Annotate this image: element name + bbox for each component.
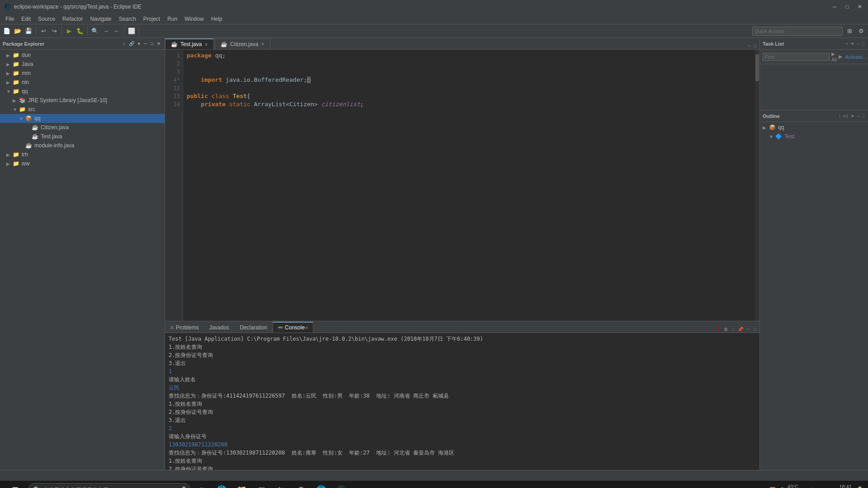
task-filter-btn[interactable]: ▼ bbox=[849, 41, 855, 47]
tab-console-close[interactable]: ✕ bbox=[305, 325, 308, 330]
minimize-panel-btn[interactable]: ─ bbox=[142, 41, 148, 47]
menu-source[interactable]: Source bbox=[34, 15, 59, 23]
console-pin-btn[interactable]: 📌 bbox=[736, 326, 745, 333]
taskbar-app-browser[interactable]: 🌐 bbox=[312, 482, 330, 488]
menu-search[interactable]: Search bbox=[115, 15, 140, 23]
taskbar-search[interactable]: 🔍 在这里输入你要搜索的内容 🎤 bbox=[28, 483, 191, 488]
tab-javadoc[interactable]: Javadoc bbox=[204, 322, 235, 333]
task-find-input[interactable] bbox=[763, 53, 830, 61]
redo-button[interactable]: ↪ bbox=[49, 26, 59, 36]
icon-nin: 📁 bbox=[13, 79, 20, 85]
menu-help[interactable]: Help bbox=[208, 15, 226, 23]
console-maximize-btn[interactable]: □ bbox=[752, 326, 758, 333]
view-menu-btn[interactable]: ▾ bbox=[137, 41, 142, 47]
collapse-btn[interactable]: ↕ bbox=[122, 41, 127, 47]
menu-run[interactable]: Run bbox=[164, 15, 181, 23]
taskbar-app-taskview[interactable]: ⧉ bbox=[193, 482, 211, 488]
maximize-button[interactable]: □ bbox=[843, 2, 852, 11]
tree-item-jre[interactable]: ▶ 📚 JRE System Library [JavaSE-10] bbox=[0, 96, 165, 105]
tree-item-mm[interactable]: ▶ 📁 mm bbox=[0, 69, 165, 78]
new-button[interactable]: 📄 bbox=[2, 26, 12, 36]
close-button[interactable]: ✕ bbox=[855, 2, 864, 11]
tab-test-close[interactable]: ✕ bbox=[204, 42, 208, 47]
search-button[interactable]: 🔍 bbox=[90, 26, 100, 36]
taskbar-app-settings[interactable]: ⚙ bbox=[292, 482, 310, 488]
tab-declaration[interactable]: Declaration bbox=[235, 322, 272, 333]
menu-project[interactable]: Project bbox=[140, 15, 164, 23]
tab-console[interactable]: 📟 Console ✕ bbox=[273, 322, 313, 333]
next-button[interactable]: → bbox=[101, 26, 111, 36]
outline-minimize-btn[interactable]: ─ bbox=[856, 113, 860, 119]
taskbar-app-store[interactable]: 🛍 bbox=[272, 482, 290, 488]
undo-button[interactable]: ↩ bbox=[38, 26, 48, 36]
console-minimize-btn[interactable]: ─ bbox=[745, 326, 751, 333]
debug-button[interactable]: 🐛 bbox=[75, 26, 85, 36]
tree-item-nin[interactable]: ▶ 📁 nin bbox=[0, 78, 165, 87]
icon-citizen: ☕ bbox=[32, 124, 39, 131]
tree-item-src[interactable]: ▼ 📁 src bbox=[0, 105, 165, 114]
editor-scrollbar[interactable] bbox=[755, 50, 760, 321]
code-line-13: public class Test{ bbox=[187, 92, 751, 100]
task-sep: ▶ bbox=[839, 54, 842, 60]
outline-maximize-btn[interactable]: □ bbox=[861, 113, 865, 119]
perspective-button[interactable]: ⬜ bbox=[127, 26, 137, 36]
link-btn[interactable]: 🔗 bbox=[127, 41, 136, 47]
editor-maximize-btn[interactable]: □ bbox=[752, 42, 758, 49]
taskbar-clock[interactable]: 18:41 2018/10/7 bbox=[830, 483, 852, 488]
tab-citizen-close[interactable]: ✕ bbox=[261, 42, 264, 47]
taskbar-app-eclipse[interactable]: 🌑 bbox=[332, 482, 350, 488]
taskbar-app-edge[interactable]: 🌐 bbox=[212, 482, 231, 488]
tray-cpu-temp: 43°C CPU温度 bbox=[788, 484, 808, 488]
console-stop-btn[interactable]: ■ bbox=[716, 326, 722, 333]
maximize-panel-btn[interactable]: □ bbox=[149, 41, 155, 47]
taskbar: ⊞ 🔍 在这里输入你要搜索的内容 🎤 ⧉ 🌐 📁 ✉ 🛍 ⚙ 🌐 🌑 ^ 📶 🔊… bbox=[0, 481, 868, 488]
toolbar-perspective-btn[interactable]: ⊞ bbox=[844, 26, 854, 36]
tree-item-dun[interactable]: ▶ 📁 dun bbox=[0, 51, 165, 60]
toolbar-settings-btn[interactable]: ⚙ bbox=[856, 26, 866, 36]
save-button[interactable]: 💾 bbox=[24, 26, 33, 36]
tree-item-qq[interactable]: ▼ 📁 qq bbox=[0, 87, 165, 96]
tab-test-java[interactable]: ☕ Test.java ✕ bbox=[165, 38, 214, 49]
tree-item-java[interactable]: ▶ 📁 Java bbox=[0, 60, 165, 69]
open-button[interactable]: 📂 bbox=[13, 26, 23, 36]
console-clear-btn[interactable]: 🗑 bbox=[722, 326, 730, 333]
run-button[interactable]: ▶ bbox=[64, 26, 74, 36]
outline-item-qq[interactable]: ▶ 📦 qq bbox=[760, 123, 868, 132]
tab-problems[interactable]: ⚠ Problems bbox=[165, 322, 204, 333]
editor-minimize-btn[interactable]: ─ bbox=[746, 42, 752, 49]
tree-item-trh[interactable]: ▶ 📁 trh bbox=[0, 150, 165, 159]
tree-item-qq-pkg[interactable]: ▼ 📦 qq bbox=[0, 114, 165, 123]
tree-item-module[interactable]: ☕ module-info.java bbox=[0, 141, 165, 150]
outline-item-test[interactable]: ▼ 🔷 Test bbox=[760, 132, 868, 141]
console-scroll-btn[interactable]: ↓ bbox=[731, 326, 736, 333]
taskbar-app-explorer[interactable]: 📁 bbox=[232, 482, 250, 488]
tree-item-test[interactable]: ☕ Test.java bbox=[0, 132, 165, 141]
tray-ime: 中 bbox=[811, 487, 816, 488]
quick-access-input[interactable] bbox=[752, 27, 843, 36]
tree-item-ww[interactable]: ▶ 📁 ww bbox=[0, 159, 165, 168]
code-content[interactable]: package qq; import java.io.BufferedReade… bbox=[183, 50, 755, 321]
start-button[interactable]: ⊞ bbox=[4, 482, 26, 488]
menu-file[interactable]: File bbox=[2, 15, 18, 23]
task-activate-link[interactable]: Activate... bbox=[845, 54, 867, 60]
menu-window[interactable]: Window bbox=[181, 15, 208, 23]
tab-citizen-java[interactable]: ☕ Citizen.java ✕ bbox=[215, 38, 270, 49]
main-layout: Package Explorer ↕ 🔗 ▾ ─ □ ✕ ▶ 📁 dun ▶ 📁… bbox=[0, 38, 868, 470]
tab-javadoc-label: Javadoc bbox=[209, 324, 230, 331]
prev-button[interactable]: ← bbox=[112, 26, 122, 36]
outline-collapse-btn[interactable]: ↕ bbox=[838, 113, 842, 119]
tree-item-citizen[interactable]: ☕ Citizen.java bbox=[0, 123, 165, 132]
taskbar-app-mail[interactable]: ✉ bbox=[252, 482, 270, 488]
close-panel-btn[interactable]: ✕ bbox=[156, 41, 162, 47]
menu-edit[interactable]: Edit bbox=[18, 15, 34, 23]
task-maximize-btn[interactable]: □ bbox=[861, 41, 865, 47]
menu-navigate[interactable]: Navigate bbox=[86, 15, 115, 23]
minimize-button[interactable]: ─ bbox=[830, 2, 839, 11]
outline-filter-btn[interactable]: ▼ bbox=[849, 113, 855, 119]
outline-sort-btn[interactable]: AZ bbox=[842, 113, 849, 119]
task-minimize-btn[interactable]: ─ bbox=[856, 41, 860, 47]
menu-refactor[interactable]: Refactor bbox=[59, 15, 86, 23]
notifications-btn[interactable]: 🔔 bbox=[855, 486, 864, 488]
task-new-btn[interactable]: + bbox=[845, 41, 849, 47]
console-line-4: 1 bbox=[169, 367, 756, 375]
